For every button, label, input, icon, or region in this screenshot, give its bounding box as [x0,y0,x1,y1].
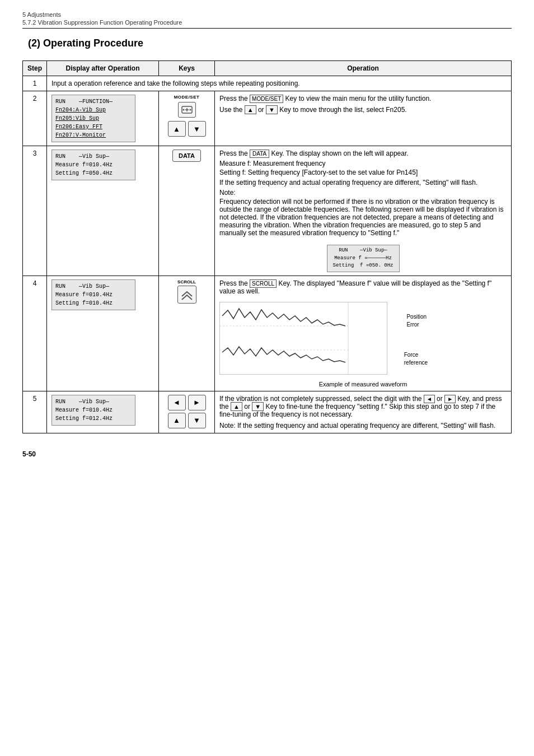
step-2-keys: MODE/SET ▲ ▼ [159,91,215,146]
col-header-step: Step [23,61,47,76]
svg-point-2 [189,109,191,111]
table-row: 2 RUN —FUNCTION— Fn204:A-Vib Sup Fn205:V… [23,91,512,146]
procedure-table: Step Display after Operation Keys Operat… [22,60,512,433]
scroll-key-icon [177,286,196,304]
table-row: 3 RUN —Vib Sup— Measure f=010.4Hz Settin… [23,146,512,276]
left-arrow-key: ◄ [168,395,186,410]
table-row: 5 RUN —Vib Sup— Measure f=010.4Hz Settin… [23,391,512,433]
waveform-chart [219,302,387,375]
step-3-display: RUN —Vib Sup— Measure f=010.4Hz Setting … [47,146,159,276]
col-header-display: Display after Operation [47,61,159,76]
waveform-caption: Example of measured waveform [219,381,507,388]
down-arrow-key2: ▼ [188,413,206,428]
step-3-operation: Press the DATA Key. The display shown on… [215,146,512,276]
step-1: 1 [23,76,47,91]
down-arrow-key: ▼ [188,121,206,137]
step-4-operation: Press the SCROLL Key. The displayed "Mea… [215,276,512,391]
position-error-label: PositionError [406,313,427,329]
col-header-operation: Operation [215,61,512,76]
step-4-display: RUN —Vib Sup— Measure f=010.4Hz Setting … [47,276,159,391]
sub-header: 5.7.2 Vibration Suppression Function Ope… [22,19,512,29]
svg-rect-3 [219,302,387,375]
up-arrow-key: ▲ [168,121,186,137]
step-2-display: RUN —FUNCTION— Fn204:A-Vib Sup Fn205:Vib… [47,91,159,146]
step-2: 2 [23,91,47,146]
step-2-operation: Press the MODE/SET Key to view the main … [215,91,512,146]
table-row: 1 Input a operation reference and take t… [23,76,512,91]
step-5-operation: If the vibration is not completely suppr… [215,391,512,433]
svg-point-1 [182,109,184,111]
col-header-keys: Keys [159,61,215,76]
step-5: 5 [23,391,47,433]
page-footer: 5-50 [22,450,512,458]
step-3-keys: DATA [159,146,215,276]
top-header: 5 Adjustments [22,11,512,18]
section-title: (2) Operating Procedure [28,38,512,49]
step-4: 4 [23,276,47,391]
modeset-icon [178,102,196,118]
step-3: 3 [23,146,47,276]
right-arrow-key: ► [188,395,206,410]
up-arrow-key2: ▲ [168,413,186,428]
step-5-display: RUN —Vib Sup— Measure f=010.4Hz Setting … [47,391,159,433]
step-1-text: Input a operation reference and take the… [47,76,512,91]
data-key: DATA [172,150,201,162]
force-reference-label: Forcereference [404,351,428,367]
table-row: 4 RUN —Vib Sup— Measure f=010.4Hz Settin… [23,276,512,391]
step-5-keys: ◄ ► ▲ ▼ [159,391,215,433]
step-4-keys: SCROLL [159,276,215,391]
